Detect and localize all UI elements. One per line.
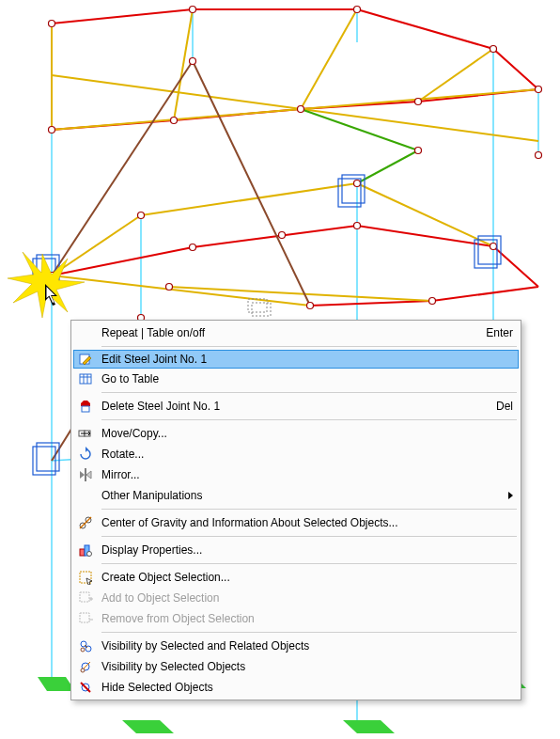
menu-separator: [101, 563, 517, 564]
menu-item-label: Create Object Selection...: [101, 571, 513, 584]
menu-item-label: Move/Copy...: [101, 427, 513, 440]
context-menu: Repeat | Table on/offEnterEdit Steel Joi…: [70, 320, 521, 700]
menu-item: Add to Object Selection: [73, 588, 519, 608]
svg-point-42: [138, 212, 145, 219]
menu-item-label: Rotate...: [101, 448, 513, 461]
menu-item-label: Display Properties...: [101, 543, 513, 557]
menu-item[interactable]: Center of Gravity and Information About …: [73, 512, 519, 533]
svg-line-15: [301, 9, 357, 109]
menu-item-shortcut: Enter: [486, 326, 513, 339]
menu-item[interactable]: Display Properties...: [73, 540, 519, 560]
svg-marker-65: [38, 677, 75, 691]
svg-rect-94: [80, 613, 89, 622]
menu-item-label: Remove from Object Selection: [101, 612, 513, 625]
menu-item: Remove from Object Selection: [73, 608, 519, 629]
menu-item[interactable]: Edit Steel Joint No. 1: [73, 350, 519, 369]
menu-item[interactable]: Hide Selected Objects: [73, 677, 519, 698]
menu-item-label: Add to Object Selection: [101, 591, 513, 605]
svg-rect-93: [80, 592, 89, 602]
menu-item[interactable]: Delete Steel Joint No. 1Del: [73, 396, 519, 417]
hide-sel-icon: [75, 680, 96, 695]
svg-rect-78: [82, 406, 89, 412]
svg-point-44: [190, 244, 196, 251]
cursor-icon: [45, 284, 62, 308]
create-sel-icon: [75, 570, 96, 585]
svg-point-50: [307, 303, 314, 309]
svg-point-45: [279, 232, 286, 239]
menu-item[interactable]: Visibility by Selected Objects: [73, 656, 519, 677]
menu-item-label: Delete Steel Joint No. 1: [101, 400, 489, 413]
svg-point-39: [190, 58, 196, 65]
menu-item-label: Hide Selected Objects: [101, 681, 513, 694]
add-sel-icon: [75, 590, 96, 605]
move-copy-icon: [75, 426, 96, 441]
svg-point-90: [87, 552, 92, 557]
svg-point-100: [81, 668, 85, 672]
svg-marker-68: [343, 720, 395, 733]
menu-item-label: Center of Gravity and Information About …: [101, 516, 513, 529]
menu-item[interactable]: Repeat | Table on/offEnter: [73, 322, 519, 343]
goto-table-icon: [75, 371, 96, 386]
vis-related-icon: [75, 638, 96, 653]
menu-item-label: Mirror...: [101, 468, 513, 481]
svg-point-48: [354, 181, 361, 187]
svg-marker-67: [122, 720, 174, 733]
delete-icon: [75, 399, 96, 414]
menu-item[interactable]: Other Manipulations: [73, 485, 519, 506]
menu-item-label: Other Manipulations: [101, 489, 503, 502]
svg-point-41: [536, 152, 542, 159]
svg-point-35: [415, 99, 422, 105]
svg-point-38: [49, 127, 55, 134]
svg-rect-64: [252, 303, 271, 316]
svg-point-37: [171, 118, 178, 124]
svg-point-47: [490, 244, 497, 250]
svg-point-30: [49, 21, 55, 27]
menu-item[interactable]: Rotate...: [73, 444, 519, 464]
svg-line-24: [301, 109, 418, 150]
menu-separator: [101, 509, 517, 510]
svg-rect-73: [80, 374, 91, 384]
rotate-icon: [75, 447, 96, 462]
svg-line-20: [141, 183, 357, 215]
svg-line-17: [52, 75, 538, 141]
svg-line-27: [193, 61, 310, 306]
svg-point-46: [354, 223, 361, 229]
svg-line-26: [52, 61, 193, 275]
mirror-icon: [75, 467, 96, 482]
svg-line-25: [357, 150, 418, 183]
svg-marker-83: [80, 471, 85, 479]
menu-item[interactable]: Mirror...: [73, 464, 519, 485]
menu-item[interactable]: Create Object Selection...: [73, 567, 519, 588]
menu-item-label: Visibility by Selected Objects: [101, 660, 513, 673]
svg-line-18: [52, 89, 538, 130]
menu-item-shortcut: Del: [496, 400, 513, 413]
remove-sel-icon: [75, 611, 96, 626]
svg-point-98: [81, 648, 85, 652]
svg-point-36: [298, 106, 304, 113]
menu-separator: [101, 392, 517, 393]
svg-point-40: [415, 148, 422, 154]
svg-point-31: [190, 7, 196, 13]
cog-icon: [75, 515, 96, 530]
menu-item-label: Repeat | Table on/off: [101, 326, 478, 339]
menu-item[interactable]: Visibility by Selected and Related Objec…: [73, 636, 519, 656]
menu-separator: [101, 346, 517, 347]
svg-point-49: [429, 298, 436, 305]
menu-item-label: Visibility by Selected and Related Objec…: [101, 639, 513, 653]
svg-point-33: [490, 46, 497, 53]
menu-separator: [101, 536, 517, 537]
svg-point-34: [536, 86, 542, 93]
edit-joint-icon: [75, 352, 96, 367]
svg-marker-81: [86, 447, 88, 452]
svg-point-51: [166, 284, 173, 291]
svg-point-32: [354, 7, 361, 13]
no-icon: [75, 325, 96, 340]
svg-marker-84: [86, 471, 91, 479]
vis-sel-icon: [75, 659, 96, 674]
menu-item[interactable]: Move/Copy...: [73, 423, 519, 444]
menu-item-label: Go to Table: [101, 372, 513, 385]
menu-item[interactable]: Go to Table: [73, 369, 519, 389]
menu-separator: [101, 632, 517, 633]
svg-marker-92: [86, 578, 92, 585]
no-icon: [75, 488, 96, 503]
